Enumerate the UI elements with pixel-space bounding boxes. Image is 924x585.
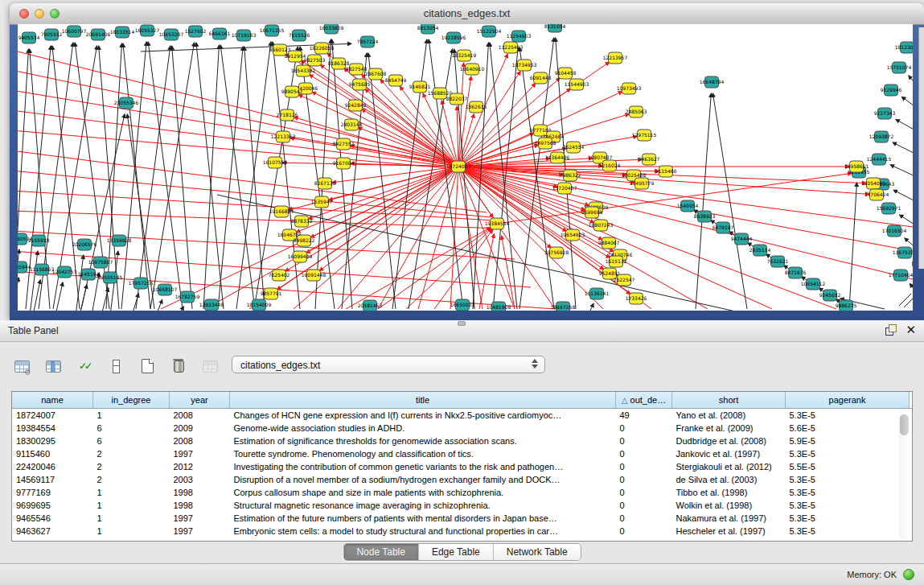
graph-node[interactable]: 9474444 xyxy=(731,233,753,245)
graph-node[interactable]: 9167004 xyxy=(333,158,355,169)
table-row[interactable]: 2242004622012Investigating the contribut… xyxy=(12,460,913,473)
table-row[interactable]: 946554611997Estimation of the future num… xyxy=(12,512,913,525)
table-scrollbar[interactable] xyxy=(899,411,910,540)
graph-node[interactable]: 9104458 xyxy=(555,68,577,79)
graph-node[interactable]: 11675330 xyxy=(893,247,913,258)
graph-node[interactable]: 1145194 xyxy=(78,269,100,280)
graph-node[interactable]: 20206576 xyxy=(72,239,97,250)
graph-node[interactable]: 8938923 xyxy=(694,211,716,222)
graph-node[interactable]: 6497568 xyxy=(535,138,556,149)
select-columns-icon[interactable]: ✓✓ xyxy=(74,356,95,377)
graph-node[interactable]: 19384554 xyxy=(485,218,510,229)
graph-node[interactable]: 1615132 xyxy=(606,256,627,267)
delete-table-icon[interactable] xyxy=(168,356,189,377)
graph-node[interactable]: 9242848 xyxy=(345,100,367,111)
graph-node[interactable]: 6466161 xyxy=(209,28,231,39)
table-row[interactable]: 977716911998Corpus callosum shape and si… xyxy=(12,486,913,499)
graph-node[interactable]: 10719183 xyxy=(232,30,257,41)
create-table-icon[interactable] xyxy=(137,356,158,377)
graph-node[interactable]: 15720407 xyxy=(552,183,577,194)
graph-node[interactable]: 12444415 xyxy=(867,154,892,165)
float-panel-icon[interactable] xyxy=(885,324,898,337)
table-row[interactable]: 969969511998Structural magnetic resonanc… xyxy=(12,499,913,512)
graph-node[interactable]: 17016504 xyxy=(882,225,907,237)
graph-node[interactable]: 7625402 xyxy=(269,270,290,281)
graph-node[interactable]: 2935114 xyxy=(749,245,771,256)
graph-node[interactable]: 16107554 xyxy=(263,157,288,168)
row-options-icon[interactable] xyxy=(105,356,126,377)
graph-node[interactable]: 16033809 xyxy=(319,24,344,34)
show-columns-icon[interactable] xyxy=(43,356,64,377)
graph-node[interactable]: 9227343 xyxy=(874,108,896,119)
graph-node[interactable]: 12213967 xyxy=(603,52,628,64)
memory-ok-indicator[interactable] xyxy=(903,569,914,580)
graph-node[interactable]: 19756928 xyxy=(544,247,569,258)
graph-node[interactable]: 15136141 xyxy=(585,288,610,299)
graph-node[interactable]: 1527602 xyxy=(185,26,207,37)
graph-node[interactable]: 8454749 xyxy=(385,75,407,86)
table-selector-dropdown[interactable]: citations_edges.txt xyxy=(232,356,545,373)
graph-node[interactable]: 12213363 xyxy=(271,131,296,142)
table-row[interactable]: 911546021997Tourette syndrome. Phenomeno… xyxy=(12,447,913,460)
table-row[interactable]: 1938455462009Genome-wide association stu… xyxy=(12,422,913,435)
graph-node[interactable]: 18807243 xyxy=(589,220,614,231)
graph-node[interactable]: 10653287 xyxy=(159,29,184,40)
graph-node[interactable]: 9129946 xyxy=(881,84,902,96)
graph-node[interactable]: 16671355 xyxy=(260,25,285,36)
graph-node[interactable]: 9699695 xyxy=(581,207,603,218)
graph-node[interactable]: 8813054 xyxy=(417,24,439,34)
table-row[interactable]: 1456911722003Disruption of a novel membe… xyxy=(12,473,913,486)
column-header-year[interactable]: year xyxy=(170,392,230,409)
network-window-titlebar[interactable]: citations_edges.txt xyxy=(10,3,924,25)
graph-node[interactable]: 17706424 xyxy=(864,189,889,200)
table-row[interactable]: 1830029562008Estimation of significance … xyxy=(12,435,913,447)
column-header-out_de[interactable]: △out_de… xyxy=(616,392,672,409)
graph-node[interactable]: 10481908 xyxy=(487,302,511,311)
graph-node[interactable]: 7515526 xyxy=(289,30,310,41)
graph-node[interactable]: 15122504 xyxy=(477,26,502,37)
graph-node[interactable]: 7857224 xyxy=(357,36,379,47)
graph-node[interactable]: 1535947 xyxy=(311,196,333,208)
table-row[interactable]: 1872400712008Changes of HCN gene express… xyxy=(12,409,913,422)
column-header-name[interactable]: name xyxy=(12,392,93,409)
column-header-in_degree[interactable]: in_degree xyxy=(93,392,170,409)
graph-node[interactable]: 2867608 xyxy=(365,68,387,80)
table-row[interactable]: 946362711997Embryonic stem cells: a mode… xyxy=(12,525,913,538)
graph-node[interactable]: 9884067 xyxy=(598,237,620,249)
graph-node[interactable]: 17710464 xyxy=(889,270,913,281)
graph-node[interactable]: 16782759 xyxy=(175,291,200,303)
tab-network-table[interactable]: Network Table xyxy=(494,544,581,560)
graph-node[interactable]: 8471676 xyxy=(785,267,807,278)
graph-node[interactable]: 18154009 xyxy=(247,299,272,311)
graph-node[interactable]: 1362615 xyxy=(466,101,487,113)
graph-node[interactable]: 9827548 xyxy=(346,64,368,75)
graph-node[interactable]: 11254903 xyxy=(507,31,532,42)
graph-node[interactable]: 16648784 xyxy=(700,76,725,88)
table-options-icon[interactable]: ⚙ xyxy=(11,356,32,377)
graph-node[interactable]: 16091448 xyxy=(302,270,326,281)
graph-node[interactable]: 10958107 xyxy=(153,284,178,295)
graph-node[interactable]: 18123041 xyxy=(895,42,913,53)
graph-node[interactable]: 10975887 xyxy=(88,257,113,268)
graph-node[interactable]: 15692971 xyxy=(877,203,901,214)
graph-node[interactable]: 6479197 xyxy=(713,222,734,233)
graph-node[interactable]: 8878333 xyxy=(291,216,313,227)
graph-node[interactable]: 7905552 xyxy=(41,29,63,40)
graph-node[interactable]: 2718126 xyxy=(277,109,298,121)
graph-node[interactable]: 11225403 xyxy=(499,42,524,53)
graph-node[interactable]: 10495779 xyxy=(630,178,655,189)
column-header-pagerank[interactable]: pagerank xyxy=(786,392,910,409)
graph-node[interactable]: 3624554 xyxy=(563,142,585,153)
graph-node[interactable]: 9245652 xyxy=(819,290,841,301)
graph-node[interactable]: 1733426 xyxy=(626,293,647,304)
graph-node[interactable]: 1640954 xyxy=(677,200,699,212)
close-panel-icon[interactable]: ✕ xyxy=(906,323,916,337)
graph-node[interactable]: 11544903 xyxy=(565,79,589,90)
column-header-title[interactable]: title xyxy=(230,392,616,409)
tab-node-table[interactable]: Node Table xyxy=(343,544,419,560)
graph-node[interactable]: 12042757 xyxy=(52,266,77,278)
graph-node[interactable]: 9498222 xyxy=(294,235,315,246)
graph-node[interactable]: 16543382 xyxy=(291,65,316,76)
graph-node[interactable]: 9890547 xyxy=(281,86,303,97)
column-header-short[interactable]: short xyxy=(672,392,786,409)
